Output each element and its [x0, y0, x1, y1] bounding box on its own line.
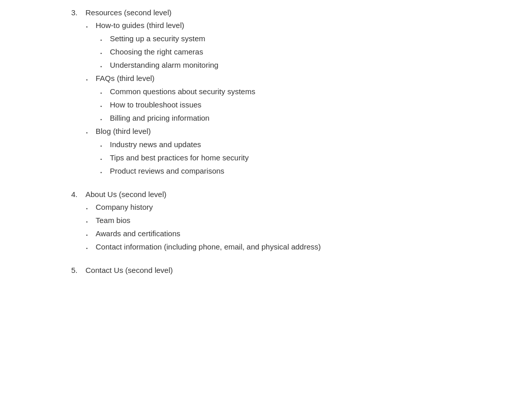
bullet-dot-13: · [85, 202, 96, 214]
bullet-dot-10: · [100, 139, 110, 151]
bullet-text-alarm: Understanding alarm monitoring [110, 61, 218, 69]
bullet-troubleshoot: · How to troubleshoot issues [100, 100, 532, 112]
bullet-text-cameras: Choosing the right cameras [110, 47, 203, 56]
bullet-blog: · Blog (third level) [85, 127, 532, 138]
bullet-dot-15: · [85, 228, 96, 240]
subsection-howto: · How-to guides (third level) · Setting … [71, 21, 532, 72]
bullet-common: · Common questions about security system… [100, 87, 532, 98]
bullet-awards: · Awards and certifications [85, 229, 532, 240]
section-label-5: Contact Us (second level) [85, 266, 173, 274]
subsection-blog: · Blog (third level) · Industry news and… [71, 127, 532, 178]
subsection-faqs: · FAQs (third level) · Common questions … [71, 74, 532, 125]
bullet-text-troubleshoot: How to troubleshoot issues [110, 100, 201, 109]
bullet-setting-up: · Setting up a security system [100, 34, 532, 45]
content-area: 3. Resources (second level) · How-to gui… [0, 0, 532, 326]
bullet-dot-4: · [100, 60, 110, 72]
bullet-dot-7: · [100, 99, 110, 112]
bullet-text-awards: Awards and certifications [96, 229, 180, 238]
bullet-text-product: Product reviews and comparisons [110, 166, 224, 175]
bullet-dot-6: · [100, 86, 110, 98]
numbered-item-4: 4. About Us (second level) [71, 190, 532, 199]
bullet-cameras: · Choosing the right cameras [100, 47, 532, 59]
bullet-team: · Team bios [85, 216, 532, 227]
bullet-dot-14: · [85, 215, 96, 227]
bullet-text-faqs: FAQs (third level) [96, 74, 155, 82]
bullet-alarm: · Understanding alarm monitoring [100, 61, 532, 72]
bullet-industry: · Industry news and updates [100, 140, 532, 151]
bullet-text-howto: How-to guides (third level) [96, 21, 184, 30]
bullet-dot-11: · [100, 152, 110, 164]
bullet-dot-1: · [85, 20, 96, 32]
section-number-3: 3. [71, 8, 85, 17]
bullet-dot-5: · [85, 73, 96, 85]
bullet-contact-info: · Contact information (including phone, … [85, 242, 532, 254]
bullet-text-common: Common questions about security systems [110, 87, 255, 96]
main-content: 3. Resources (second level) · How-to gui… [0, 0, 532, 326]
bullet-text-blog: Blog (third level) [96, 127, 151, 135]
bullet-dot-12: · [100, 165, 110, 178]
bullet-text-team: Team bios [96, 216, 130, 225]
bullet-text-contact-info: Contact information (including phone, em… [96, 242, 321, 251]
section-3: 3. Resources (second level) · How-to gui… [71, 8, 532, 178]
section-4: 4. About Us (second level) · Company his… [71, 190, 532, 254]
bullet-dot-3: · [100, 46, 110, 59]
bullet-billing: · Billing and pricing information [100, 114, 532, 125]
bullet-text-company: Company history [96, 203, 153, 211]
section-label-3: Resources (second level) [85, 8, 171, 17]
bullet-dot-16: · [85, 241, 96, 254]
section-number-4: 4. [71, 190, 85, 199]
section-5: 5. Contact Us (second level) [71, 266, 532, 274]
bullet-dot-2: · [100, 33, 110, 45]
numbered-item-3: 3. Resources (second level) [71, 8, 532, 17]
bullet-faqs: · FAQs (third level) [85, 74, 532, 85]
bullet-product: · Product reviews and comparisons [100, 166, 532, 178]
bullet-dot-8: · [100, 113, 110, 125]
numbered-item-5: 5. Contact Us (second level) [71, 266, 532, 274]
bullet-text-industry: Industry news and updates [110, 140, 201, 149]
bullet-tips: · Tips and best practices for home secur… [100, 153, 532, 164]
section-number-5: 5. [71, 266, 85, 274]
bullet-howto-guides: · How-to guides (third level) [85, 21, 532, 32]
bullet-text-billing: Billing and pricing information [110, 114, 210, 122]
bullet-company: · Company history [85, 203, 532, 214]
section-label-4: About Us (second level) [85, 190, 166, 199]
bullet-text-tips: Tips and best practices for home securit… [110, 153, 249, 162]
bullet-dot-9: · [85, 126, 96, 138]
bullet-text-setting-up: Setting up a security system [110, 34, 205, 43]
